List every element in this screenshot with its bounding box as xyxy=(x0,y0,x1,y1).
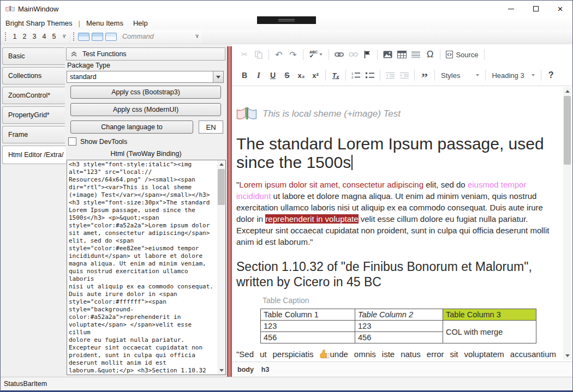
apply-bootstrap-button[interactable]: Apply css (Bootstrap3) xyxy=(70,86,221,99)
change-language-button[interactable]: Change language to xyxy=(70,120,193,134)
scrollbar-thumb[interactable] xyxy=(564,96,571,165)
unlink-icon[interactable] xyxy=(346,47,360,62)
close-button[interactable]: × xyxy=(548,1,572,17)
toolbar-grip[interactable] xyxy=(5,32,8,41)
undo-icon[interactable]: ↶ xyxy=(272,47,286,62)
styles-label: Styles xyxy=(441,71,460,80)
table-cell: 123 xyxy=(355,321,443,332)
bold-button[interactable]: B xyxy=(237,68,252,82)
tab-propertygrid[interactable]: PropertyGrid* xyxy=(2,106,65,124)
package-type-combobox[interactable]: standard xyxy=(67,71,224,83)
toolbar-tray: 1 2 3 4 5 ▾ Command ▾ xyxy=(1,29,572,44)
tab-zoomcontrol[interactable]: ZoomControl* xyxy=(2,87,65,104)
toolbar-button-4[interactable]: 4 xyxy=(39,33,49,40)
redo-icon[interactable]: ↷ xyxy=(286,47,300,62)
merged-cell: COL with merge xyxy=(443,321,536,343)
toolbar-overflow-button[interactable]: ▾ xyxy=(194,31,201,43)
path-body[interactable]: body xyxy=(237,366,254,373)
grid-splitter[interactable] xyxy=(227,46,232,377)
path-h3[interactable]: h3 xyxy=(261,366,270,373)
numbered-list-icon[interactable]: 12 xyxy=(349,68,363,82)
toolbar-button-3[interactable]: 3 xyxy=(29,33,39,40)
table-block: Table Caption Table Column 1 Table Colum… xyxy=(260,296,556,343)
underline-button[interactable]: U xyxy=(266,68,280,82)
source-scrollbar[interactable] xyxy=(217,160,225,375)
expander-header[interactable]: Test Functions xyxy=(66,47,225,61)
about-button[interactable]: ? xyxy=(544,68,558,82)
table-caption: Table Caption xyxy=(262,296,556,305)
cut-icon[interactable]: ✂ xyxy=(237,47,252,62)
editor-toolbar-row-2: B I U S x₂ x² Tₓ 12 xyxy=(232,65,572,86)
special-char-icon[interactable]: Ω xyxy=(423,47,437,62)
menu-menu-items[interactable]: Menu Items xyxy=(81,19,128,27)
chevron-down-icon xyxy=(532,74,535,76)
show-devtools-checkbox[interactable] xyxy=(68,137,76,146)
command-input[interactable]: Command xyxy=(122,33,154,40)
maximize-button[interactable] xyxy=(523,1,548,17)
status-bar-item: StatusBarItem xyxy=(4,380,47,388)
italic-button[interactable]: I xyxy=(252,68,266,82)
tab-frame[interactable]: Frame xyxy=(2,126,65,143)
minimize-button[interactable] xyxy=(499,1,523,17)
sidebar-tabstrip: Basic Collections ZoomControl* PropertyG… xyxy=(1,44,65,377)
image-icon[interactable] xyxy=(380,47,395,62)
menu-bright-sharp-themes[interactable]: Bright Sharp Themes xyxy=(1,19,77,27)
toolbar-overflow-button[interactable]: ▾ xyxy=(61,31,68,43)
toolbar-button-5[interactable]: 5 xyxy=(49,33,59,40)
indent-icon[interactable] xyxy=(397,68,411,82)
blockquote-icon[interactable]: ” xyxy=(417,68,432,82)
bulleted-list-icon[interactable] xyxy=(363,68,377,82)
scroll-up-icon[interactable] xyxy=(563,87,571,95)
horizontal-rule-icon[interactable] xyxy=(409,47,423,62)
table-cell: 123 xyxy=(261,321,355,332)
spellcheck-icon: ABC✔ xyxy=(309,50,318,59)
show-devtools-row: Show DevTools xyxy=(68,137,127,146)
svg-text:1: 1 xyxy=(351,72,354,75)
toolbar-grip[interactable] xyxy=(73,32,76,41)
menu-separator: | xyxy=(77,19,81,27)
tab-basic[interactable]: Basic xyxy=(2,47,65,65)
remove-format-button[interactable]: Tₓ xyxy=(329,68,343,82)
command-toolbar: Command ▾ xyxy=(71,31,202,43)
maximize-icon xyxy=(533,6,539,11)
main-area: Basic Collections ZoomControl* PropertyG… xyxy=(1,44,572,377)
editor-content[interactable]: This is local sheme (+image) Test The st… xyxy=(232,87,572,361)
editor-scrollbar[interactable] xyxy=(563,87,571,360)
collapse-icon xyxy=(71,51,77,57)
main-window: MainWindow × Bright Sharp Themes | Menu … xyxy=(0,0,573,392)
html-editor: ✂ ↶ ↷ ABC✔ xyxy=(232,44,572,377)
layout-icon-2[interactable] xyxy=(92,33,103,41)
language-field[interactable]: EN xyxy=(199,120,223,134)
table-cell: 456 xyxy=(261,332,355,343)
apply-modernui-button[interactable]: Apply css (ModernUI) xyxy=(70,103,221,116)
menu-help[interactable]: Help xyxy=(128,19,153,27)
anchor-flag-icon[interactable] xyxy=(360,47,374,62)
html-source-textarea[interactable]: <h3 style="font-style:italic"><img alt="… xyxy=(67,160,226,375)
package-type-label: Package Type xyxy=(67,62,110,69)
copy-icon[interactable] xyxy=(252,47,266,62)
scrollbar-thumb[interactable] xyxy=(218,169,225,205)
strikethrough-button[interactable]: S xyxy=(280,68,294,82)
tab-collections[interactable]: Collections xyxy=(2,67,65,85)
format-dropdown[interactable]: Heading 3 xyxy=(488,71,538,80)
toolbar-button-2[interactable]: 2 xyxy=(20,33,29,40)
layout-icon-1[interactable] xyxy=(78,33,89,41)
spellcheck-button[interactable]: ABC✔ xyxy=(306,47,326,62)
title-bar[interactable]: MainWindow × xyxy=(1,1,572,17)
tab-html-editor[interactable]: Html Editor /Extra/ xyxy=(2,146,66,164)
table-icon[interactable] xyxy=(395,47,409,62)
html-source-text[interactable]: <h3 style="font-style:italic"><img alt="… xyxy=(69,161,216,374)
scroll-down-icon[interactable] xyxy=(563,352,571,360)
combobox-drop-button[interactable] xyxy=(213,71,223,82)
scroll-up-icon[interactable] xyxy=(217,160,225,168)
styles-dropdown[interactable]: Styles xyxy=(438,71,482,80)
outdent-icon[interactable] xyxy=(383,68,397,82)
source-button[interactable]: Source xyxy=(443,47,481,62)
link-icon[interactable] xyxy=(332,47,346,62)
scroll-down-icon[interactable] xyxy=(217,366,225,375)
section-heading: Section 1.10.32 of "de Finibus Bonorum e… xyxy=(236,259,556,290)
toolbar-button-1[interactable]: 1 xyxy=(10,33,20,40)
superscript-button[interactable]: x² xyxy=(308,68,323,82)
layout-icon-3[interactable] xyxy=(105,33,117,41)
subscript-button[interactable]: x₂ xyxy=(294,68,308,82)
